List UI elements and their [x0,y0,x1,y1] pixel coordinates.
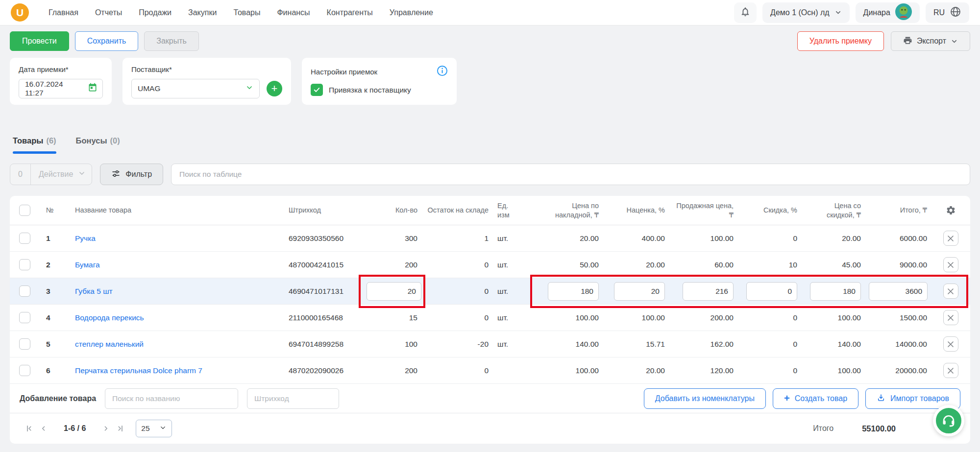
cell-total: 20000.00 [865,366,931,375]
discount-input[interactable] [746,282,797,301]
company-selector[interactable]: Демо 1 (Осн) лд [762,2,849,23]
nav-item-purchases[interactable]: Закупки [188,8,217,17]
cell-unit: шт. [492,340,534,349]
products-table: № Название товара Штрихкод Кол-во Остато… [10,196,970,444]
cell-row-number: 5 [39,340,71,349]
page-size-select[interactable]: 25 [136,420,172,437]
product-link[interactable]: степлер маленький [75,340,144,348]
table-search-input[interactable] [171,164,970,185]
delete-row-button[interactable] [943,231,958,246]
prev-page-button[interactable] [36,421,51,436]
cell-total: 1500.00 [865,313,931,322]
tab-products[interactable]: Товары (6) [13,136,56,154]
nav-item-finance[interactable]: Финансы [277,8,310,17]
select-all-checkbox[interactable] [19,205,30,216]
app-logo[interactable]: U [11,3,29,22]
cell-sale-price: 162.00 [669,340,737,349]
add-supplier-button[interactable]: + [267,81,282,96]
first-page-button[interactable] [22,421,36,436]
chevron-down-icon [834,9,842,16]
product-link[interactable]: Перчатка стерильная Dolce pharm 7 [75,366,202,375]
add-product-row: Добавление товара Добавить из номенклату… [10,384,970,413]
bulk-action-dropdown[interactable]: 0 Действие [10,164,92,185]
supplier-select[interactable]: UMAG [131,79,260,98]
product-link[interactable]: Бумага [75,261,100,269]
cell-barcode: 4870004241015 [282,261,363,269]
supplier-binding-checkbox[interactable] [311,84,323,96]
cell-discounted-price: 45.00 [801,261,865,269]
add-from-catalog-button[interactable]: Добавить из номенклатуры [644,388,766,409]
save-button[interactable]: Сохранить [75,31,139,51]
table-row: 2 Бумага 4870004241015 200 0 шт. 50.00 2… [10,252,970,278]
cell-sale-price: 120.00 [669,366,737,375]
product-link[interactable]: Ручка [75,234,96,242]
product-link[interactable]: Водорода перекись [75,313,144,322]
nav-item-sales[interactable]: Продажи [139,8,172,17]
language-selector[interactable]: RU [926,2,969,23]
nav-item-management[interactable]: Управление [390,8,433,17]
info-icon[interactable] [437,65,448,78]
delete-row-button[interactable] [943,363,958,378]
delete-receipt-button[interactable]: Удалить приемку [797,31,884,51]
active-tab-underline [13,151,56,154]
tab-bonuses[interactable]: Бонусы (0) [76,136,120,154]
notifications-button[interactable] [734,2,757,23]
nav-item-counterparties[interactable]: Контрагенты [327,8,373,17]
gear-icon[interactable] [931,205,970,215]
receipt-page: U Главная Отчеты Продажи Закупки Товары … [0,0,980,452]
tabs: Товары (6) Бонусы (0) [13,136,970,154]
product-name-search-input[interactable] [105,388,238,409]
delete-row-button[interactable] [943,336,958,352]
delete-row-button[interactable] [943,257,958,272]
post-button[interactable]: Провести [10,31,69,51]
next-page-button[interactable] [98,421,113,436]
row-checkbox[interactable] [19,338,30,350]
delete-row-button[interactable] [943,284,958,299]
cell-discounted-price: 100.00 [801,313,865,322]
date-input[interactable]: 16.07.2024 11:27 [19,79,103,98]
row-checkbox[interactable] [19,312,30,323]
cell-unit: шт. [492,234,534,243]
user-menu[interactable]: Динара [856,2,920,23]
filter-button[interactable]: Фильтр [100,164,163,185]
cell-markup: 100.00 [603,313,669,322]
discounted-price-input[interactable] [810,282,861,301]
calendar-icon[interactable] [88,83,98,95]
create-product-button[interactable]: + Создать товар [773,388,858,409]
product-barcode-input[interactable] [247,388,339,409]
cell-markup: 20.00 [603,261,669,269]
create-product-label: Создать товар [795,394,847,403]
last-page-button[interactable] [113,421,128,436]
close-button[interactable]: Закрыть [144,31,199,51]
row-checkbox[interactable] [19,259,30,270]
top-bar-right: Демо 1 (Осн) лд Динара RU [734,2,969,23]
row-checkbox[interactable] [19,233,30,244]
nav-item-products[interactable]: Товары [233,8,260,17]
receipt-form: Дата приемки* 16.07.2024 11:27 Поставщик… [10,58,970,105]
delete-row-button[interactable] [943,310,958,325]
sale-price-input[interactable] [683,282,734,301]
cell-discount: 0 [737,313,801,322]
invoice-price-input[interactable] [548,282,599,301]
markup-input[interactable] [614,282,665,301]
product-link[interactable]: Губка 5 шт [75,287,113,295]
row-checkbox[interactable] [19,365,30,376]
table-row: 6 Перчатка стерильная Dolce pharm 7 4870… [10,357,970,384]
total-input[interactable] [869,282,928,301]
add-product-label: Добавление товара [20,394,96,403]
tab-bonuses-label: Бонусы [76,136,107,145]
header-markup: Наценка, % [603,206,669,214]
export-button[interactable]: Экспорт [891,31,970,51]
cell-discounted-price: 20.00 [801,234,865,243]
cell-unit: шт. [492,313,534,322]
cell-barcode: 6947014899258 [282,340,363,349]
nav-item-home[interactable]: Главная [49,8,78,17]
cell-qty: 100 [363,340,421,349]
qty-input[interactable] [367,282,421,301]
chevron-down-icon [951,38,958,45]
row-checkbox[interactable] [19,285,30,297]
nav-item-reports[interactable]: Отчеты [95,8,122,17]
cell-row-number: 4 [39,313,71,322]
cell-markup: 20.00 [603,366,669,375]
support-button[interactable] [933,405,964,436]
